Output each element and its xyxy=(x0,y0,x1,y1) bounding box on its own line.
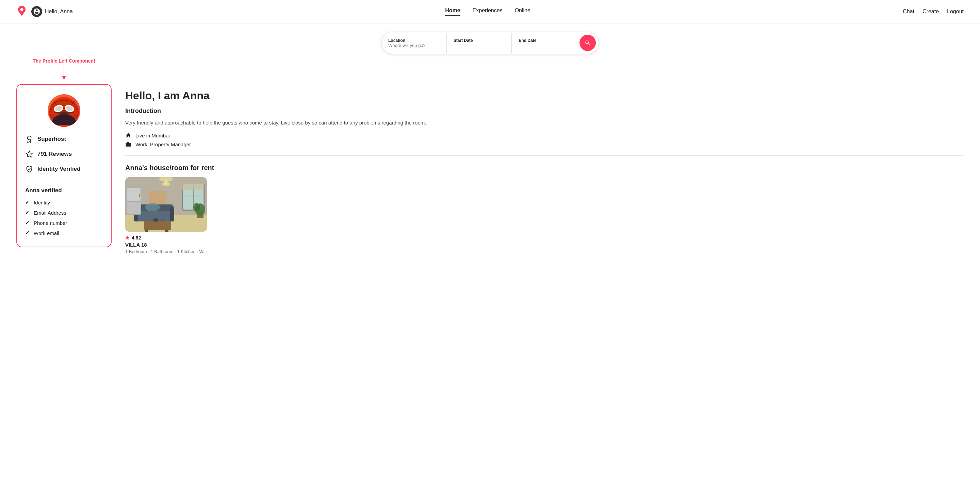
verified-identity: ✓ Identity xyxy=(25,199,103,205)
profile-greeting: Hello, I am Anna xyxy=(125,89,964,102)
nav-online[interactable]: Online xyxy=(515,8,530,16)
left-panel: Superhost 791 Reviews xyxy=(16,84,111,247)
svg-rect-45 xyxy=(127,202,140,214)
svg-rect-28 xyxy=(182,183,204,190)
nav-home[interactable]: Home xyxy=(445,8,460,16)
right-content: Hello, I am Anna Introduction Very frien… xyxy=(125,84,964,258)
svg-point-23 xyxy=(162,182,170,186)
profile-avatar xyxy=(25,94,103,127)
rating-star-icon: ★ xyxy=(125,235,130,240)
nav-experiences[interactable]: Experiences xyxy=(473,8,503,16)
verified-item-0: Identity xyxy=(34,200,50,205)
check-icon-phone: ✓ xyxy=(25,220,30,226)
stat-superhost: Superhost xyxy=(25,135,103,143)
intro-text: Very friendly and approachable to help t… xyxy=(125,119,431,127)
navbar-left: Hello, Anna xyxy=(16,5,73,18)
navbar: Hello, Anna Home Experiences Online Chat… xyxy=(0,0,980,24)
nav-logout[interactable]: Logout xyxy=(947,8,964,14)
medal-icon xyxy=(25,135,33,143)
svg-rect-17 xyxy=(126,143,131,146)
svg-point-15 xyxy=(27,136,31,140)
listing-rating: ★ 4.82 xyxy=(125,235,207,240)
start-date-label: Start Date xyxy=(453,38,505,43)
superhost-label: Superhost xyxy=(37,136,66,143)
identity-label: Identity Verified xyxy=(37,165,81,172)
nav-create[interactable]: Create xyxy=(923,8,939,14)
svg-rect-44 xyxy=(127,188,140,201)
svg-point-38 xyxy=(153,218,159,222)
check-icon-email: ✓ xyxy=(25,210,30,216)
user-avatar xyxy=(31,6,42,17)
work-row: Work: Property Manager xyxy=(125,141,964,147)
search-container: Location Start Date End Date xyxy=(0,24,980,58)
shield-icon xyxy=(25,165,33,173)
briefcase-icon xyxy=(125,141,132,147)
location-label: Location xyxy=(388,38,440,43)
check-icon-work: ✓ xyxy=(25,230,30,236)
end-date-input[interactable] xyxy=(519,43,570,48)
svg-marker-1 xyxy=(62,76,66,80)
work-text: Work: Property Manager xyxy=(135,142,191,147)
svg-point-42 xyxy=(193,203,200,211)
rating-value: 4.82 xyxy=(132,235,141,240)
verified-section: Anna verified ✓ Identity ✓ Email Address… xyxy=(25,187,103,236)
listing-image xyxy=(125,177,207,232)
verified-item-1: Email Address xyxy=(34,210,66,216)
verified-work-email: ✓ Work email xyxy=(25,230,103,236)
nav-chat[interactable]: Chat xyxy=(903,8,914,14)
reviews-label: 791 Reviews xyxy=(37,151,72,158)
home-icon xyxy=(125,132,132,138)
end-date-field[interactable]: End Date xyxy=(512,33,577,53)
svg-rect-33 xyxy=(170,207,174,221)
intro-title: Introduction xyxy=(125,108,964,115)
check-icon-identity: ✓ xyxy=(25,199,30,205)
location-row: Live in Mumbai xyxy=(125,132,964,138)
user-greeting: Hello, Anna xyxy=(31,6,73,17)
greeting-text: Hello, Anna xyxy=(45,8,73,14)
listing-features: 1 Bedroom . 1 Bathroom . 1 Kitchen . Wif… xyxy=(125,249,207,254)
annotation-text: The Profile Left Component xyxy=(16,58,111,64)
svg-marker-16 xyxy=(26,151,32,157)
main-layout: Superhost 791 Reviews xyxy=(0,84,980,271)
navbar-center: Home Experiences Online xyxy=(445,8,530,16)
navbar-right: Chat Create Logout xyxy=(903,8,964,14)
verified-list: ✓ Identity ✓ Email Address ✓ Phone numbe… xyxy=(25,199,103,236)
spiderman-mask xyxy=(48,94,80,127)
start-date-field[interactable]: Start Date xyxy=(447,33,512,53)
listing-details: ★ 4.82 VILLA 18 1 Bedroom . 1 Bathroom .… xyxy=(125,232,207,258)
verified-email: ✓ Email Address xyxy=(25,210,103,216)
listings-title: Anna's house/room for rent xyxy=(125,164,964,172)
location-text: Live in Mumbai xyxy=(135,133,170,138)
svg-rect-37 xyxy=(165,230,169,232)
svg-rect-46 xyxy=(139,194,140,197)
section-divider xyxy=(125,156,964,156)
annotation-arrow-icon xyxy=(60,65,68,81)
panel-divider xyxy=(25,180,103,180)
verified-phone: ✓ Phone number xyxy=(25,220,103,226)
stat-identity: Identity Verified xyxy=(25,165,103,173)
start-date-input[interactable] xyxy=(453,43,505,48)
verified-item-3: Work email xyxy=(34,230,59,236)
svg-rect-36 xyxy=(145,230,148,232)
location-input[interactable] xyxy=(388,43,440,48)
listing-name: VILLA 18 xyxy=(125,242,207,248)
location-field[interactable]: Location xyxy=(382,33,447,53)
star-icon xyxy=(25,150,33,158)
svg-point-39 xyxy=(161,219,165,221)
end-date-label: End Date xyxy=(519,38,570,43)
stats-list: Superhost 791 Reviews xyxy=(25,135,103,173)
search-bar: Location Start Date End Date xyxy=(381,32,599,54)
verified-title: Anna verified xyxy=(25,187,103,194)
stat-reviews: 791 Reviews xyxy=(25,150,103,158)
svg-point-34 xyxy=(145,203,160,211)
listing-card[interactable]: ★ 4.82 VILLA 18 1 Bedroom . 1 Bathroom .… xyxy=(125,177,207,258)
airbnb-logo[interactable] xyxy=(16,5,27,18)
svg-rect-35 xyxy=(144,221,171,230)
verified-item-2: Phone number xyxy=(34,220,67,226)
search-button[interactable] xyxy=(579,35,596,51)
left-panel-wrapper: Superhost 791 Reviews xyxy=(16,84,111,258)
